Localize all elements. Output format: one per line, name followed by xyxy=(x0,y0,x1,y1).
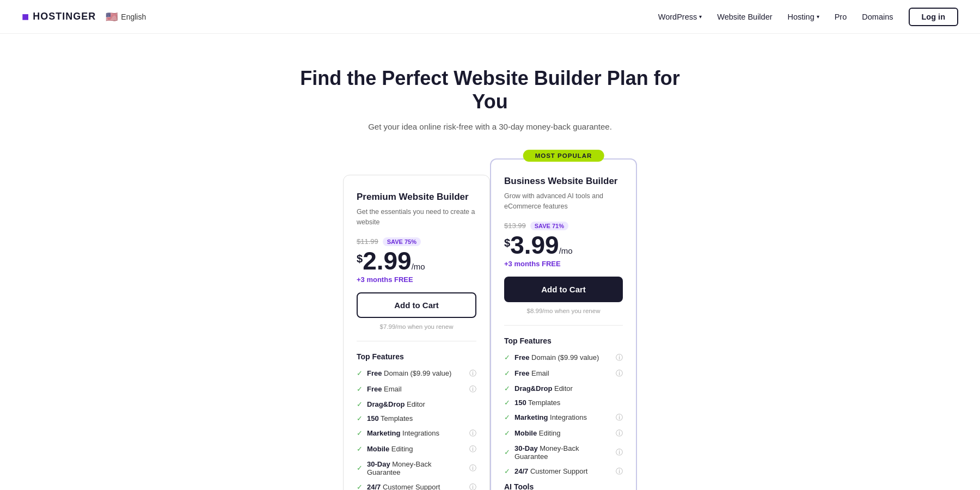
check-icon: ✓ xyxy=(504,399,510,407)
info-icon[interactable]: ⓘ xyxy=(469,384,476,394)
save-badge-business: SAVE 71% xyxy=(530,222,568,230)
feature-mobile-business: ✓ Mobile Editing ⓘ xyxy=(504,428,623,438)
features-title-premium: Top Features xyxy=(357,352,476,361)
check-icon: ✓ xyxy=(357,414,363,422)
price-row-business: $13.99 SAVE 71% xyxy=(504,222,623,230)
feature-templates-premium: ✓ 150 Templates xyxy=(357,414,476,422)
info-icon[interactable]: ⓘ xyxy=(469,463,476,473)
divider-premium xyxy=(357,341,476,341)
plan-card-business: MOST POPULAR Business Website Builder Gr… xyxy=(490,158,637,490)
feature-moneyback-business: ✓ 30-Day Money-Back Guarantee ⓘ xyxy=(504,444,623,461)
feature-domain-business: ✓ Free Domain ($9.99 value) ⓘ xyxy=(504,353,623,363)
logo[interactable]: ■ HOSTINGER xyxy=(22,10,96,24)
check-icon: ✓ xyxy=(357,464,363,472)
price-mo-premium: /mo xyxy=(412,262,425,273)
price-amount-business: 3.99 xyxy=(510,232,559,258)
save-badge-premium: SAVE 75% xyxy=(383,237,421,246)
info-icon[interactable]: ⓘ xyxy=(616,413,623,422)
navbar: ■ HOSTINGER 🇺🇸 English WordPress ▾ Websi… xyxy=(0,0,980,34)
navbar-right: WordPress ▾ Website Builder Hosting ▾ Pr… xyxy=(658,8,958,26)
check-icon: ✓ xyxy=(357,483,363,490)
price-amount-premium: 2.99 xyxy=(363,248,412,273)
price-dollar-premium: $ xyxy=(357,253,363,265)
add-to-cart-premium[interactable]: Add to Cart xyxy=(357,292,476,318)
feature-moneyback-premium: ✓ 30-Day Money-Back Guarantee ⓘ xyxy=(357,460,476,476)
check-icon: ✓ xyxy=(504,384,510,393)
feature-support-business: ✓ 24/7 Customer Support ⓘ xyxy=(504,467,623,476)
language-label: English xyxy=(121,13,146,21)
divider-business xyxy=(504,325,623,326)
feature-support-premium: ✓ 24/7 Customer Support ⓘ xyxy=(357,482,476,490)
check-icon: ✓ xyxy=(504,467,510,475)
check-icon: ✓ xyxy=(504,413,510,421)
check-icon: ✓ xyxy=(357,400,363,408)
plan-desc-premium: Get the essentials you need to create a … xyxy=(357,207,476,228)
hero-section: Find the Perfect Website Builder Plan fo… xyxy=(0,34,980,148)
chevron-down-icon: ▾ xyxy=(699,14,702,20)
nav-wordpress[interactable]: WordPress ▾ xyxy=(658,13,702,21)
original-price-premium: $11.99 xyxy=(357,237,378,246)
info-icon[interactable]: ⓘ xyxy=(616,369,623,378)
check-icon: ✓ xyxy=(357,445,363,453)
price-mo-business: /mo xyxy=(559,246,573,258)
feature-email-business: ✓ Free Email ⓘ xyxy=(504,369,623,378)
check-icon: ✓ xyxy=(357,369,363,377)
feature-dragdrop-business: ✓ Drag&Drop Editor xyxy=(504,384,623,393)
check-icon: ✓ xyxy=(504,429,510,437)
hero-title: Find the Perfect Website Builder Plan fo… xyxy=(299,66,681,113)
price-main-business: $ 3.99 /mo xyxy=(504,232,623,258)
nav-hosting[interactable]: Hosting ▾ xyxy=(788,13,819,21)
price-dollar-business: $ xyxy=(504,237,510,249)
flag-icon: 🇺🇸 xyxy=(106,11,118,23)
logo-text: HOSTINGER xyxy=(33,11,96,22)
renew-note-business: $8.99/mo when you renew xyxy=(504,308,623,314)
info-icon[interactable]: ⓘ xyxy=(616,428,623,438)
feature-marketing-premium: ✓ Marketing Integrations ⓘ xyxy=(357,428,476,438)
feature-domain-premium: ✓ Free Domain ($9.99 value) ⓘ xyxy=(357,369,476,378)
info-icon[interactable]: ⓘ xyxy=(469,444,476,454)
check-icon: ✓ xyxy=(504,448,510,456)
chevron-down-icon: ▾ xyxy=(817,14,819,20)
free-months-premium: +3 months FREE xyxy=(357,275,476,284)
feature-mobile-premium: ✓ Mobile Editing ⓘ xyxy=(357,444,476,454)
nav-pro[interactable]: Pro xyxy=(835,13,847,21)
plan-desc-business: Grow with advanced AI tools and eCommerc… xyxy=(504,191,623,212)
check-icon: ✓ xyxy=(357,385,363,393)
plans-container: Premium Website Builder Get the essentia… xyxy=(0,148,980,490)
plan-name-premium: Premium Website Builder xyxy=(357,192,476,203)
info-icon[interactable]: ⓘ xyxy=(616,353,623,363)
renew-note-premium: $7.99/mo when you renew xyxy=(357,323,476,330)
navbar-left: ■ HOSTINGER 🇺🇸 English xyxy=(22,10,146,24)
info-icon[interactable]: ⓘ xyxy=(469,428,476,438)
info-icon[interactable]: ⓘ xyxy=(616,448,623,457)
hero-subtitle: Get your idea online risk-free with a 30… xyxy=(11,122,969,131)
nav-website-builder[interactable]: Website Builder xyxy=(717,13,772,21)
popular-badge: MOST POPULAR xyxy=(523,150,604,162)
feature-templates-business: ✓ 150 Templates xyxy=(504,399,623,407)
free-months-business: +3 months FREE xyxy=(504,260,623,268)
price-row-premium: $11.99 SAVE 75% xyxy=(357,237,476,246)
plan-card-premium: Premium Website Builder Get the essentia… xyxy=(343,175,490,490)
feature-email-premium: ✓ Free Email ⓘ xyxy=(357,384,476,394)
price-main-premium: $ 2.99 /mo xyxy=(357,248,476,273)
language-selector[interactable]: 🇺🇸 English xyxy=(106,11,146,23)
check-icon: ✓ xyxy=(504,369,510,377)
info-icon[interactable]: ⓘ xyxy=(616,467,623,476)
info-icon[interactable]: ⓘ xyxy=(469,369,476,378)
feature-marketing-business: ✓ Marketing Integrations ⓘ xyxy=(504,413,623,422)
feature-dragdrop-premium: ✓ Drag&Drop Editor xyxy=(357,400,476,408)
login-button[interactable]: Log in xyxy=(909,8,959,26)
info-icon[interactable]: ⓘ xyxy=(469,482,476,490)
plan-name-business: Business Website Builder xyxy=(504,176,623,187)
nav-domains[interactable]: Domains xyxy=(862,13,893,21)
original-price-business: $13.99 xyxy=(504,222,526,230)
check-icon: ✓ xyxy=(357,429,363,437)
check-icon: ✓ xyxy=(504,353,510,362)
features-title-business: Top Features xyxy=(504,336,623,345)
logo-icon: ■ xyxy=(22,10,28,24)
ai-tools-label-business: AI Tools xyxy=(504,482,623,490)
add-to-cart-business[interactable]: Add to Cart xyxy=(504,277,623,302)
